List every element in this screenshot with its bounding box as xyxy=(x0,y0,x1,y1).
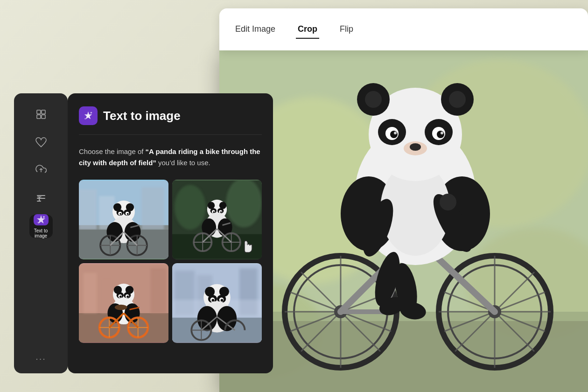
panda-scene-1-svg xyxy=(79,180,168,259)
svg-point-55 xyxy=(441,132,443,134)
text-icon: T xyxy=(35,193,47,204)
panel-sparkle-icon xyxy=(83,111,93,121)
svg-point-54 xyxy=(394,132,397,134)
svg-rect-129 xyxy=(151,268,167,313)
elements-icon xyxy=(35,137,47,148)
sidebar-item-elements[interactable] xyxy=(29,131,53,154)
svg-rect-73 xyxy=(79,189,97,230)
svg-point-67 xyxy=(43,216,45,218)
svg-point-104 xyxy=(219,202,226,209)
toolbar-panel: Edit Image Crop Flip xyxy=(219,8,588,50)
svg-point-52 xyxy=(390,131,398,138)
panda-scene-4-svg xyxy=(172,263,262,343)
svg-point-138 xyxy=(126,295,129,298)
sparkle-icon xyxy=(35,214,47,225)
panel-title: Text to image xyxy=(103,109,181,123)
svg-point-47 xyxy=(449,91,466,108)
svg-rect-63 xyxy=(42,110,45,114)
grid-item-4[interactable] xyxy=(172,263,262,343)
sidebar: T Text to image ··· xyxy=(14,93,68,373)
upload-icon xyxy=(35,165,47,176)
svg-point-103 xyxy=(208,202,215,209)
grid-item-2[interactable] xyxy=(172,180,262,259)
panda-image xyxy=(219,50,588,392)
sidebar-item-text-to-image[interactable]: Text to image xyxy=(29,215,53,238)
svg-rect-75 xyxy=(141,187,164,230)
svg-point-68 xyxy=(37,222,39,224)
svg-point-99 xyxy=(175,185,206,230)
panda-bike-svg xyxy=(219,50,588,392)
svg-rect-62 xyxy=(37,110,41,114)
sidebar-item-upload[interactable] xyxy=(29,159,53,182)
sidebar-item-layout[interactable] xyxy=(29,103,53,126)
svg-point-166 xyxy=(221,299,224,301)
svg-point-110 xyxy=(220,211,222,213)
grid-item-1[interactable] xyxy=(79,180,168,259)
grid-item-3[interactable] xyxy=(79,263,168,343)
svg-point-100 xyxy=(226,180,262,227)
cursor-icon xyxy=(241,238,255,255)
sidebar-item-text[interactable]: T xyxy=(29,187,53,210)
svg-rect-65 xyxy=(42,115,45,119)
svg-point-165 xyxy=(211,299,214,301)
svg-point-151 xyxy=(115,305,127,310)
svg-point-85 xyxy=(127,213,129,215)
svg-point-137 xyxy=(119,295,122,298)
panel-icon xyxy=(79,106,98,125)
svg-point-109 xyxy=(213,211,215,213)
image-grid xyxy=(79,180,262,343)
panel-header: Text to image xyxy=(79,106,262,135)
panda-scene-3-svg xyxy=(79,263,168,343)
svg-point-84 xyxy=(119,213,121,215)
svg-rect-127 xyxy=(84,273,97,313)
svg-point-42 xyxy=(440,194,456,210)
cursor-overlay xyxy=(241,238,255,252)
text-to-image-label: Text to image xyxy=(29,228,53,238)
layout-icon xyxy=(35,109,47,120)
svg-point-46 xyxy=(365,91,382,108)
text-to-image-badge xyxy=(34,214,49,225)
panel-description: Choose the image of “A panda riding a bi… xyxy=(79,146,262,168)
svg-point-69 xyxy=(91,112,92,114)
text-to-image-panel: Text to image Choose the image of “A pan… xyxy=(68,93,273,373)
tab-crop[interactable]: Crop xyxy=(296,21,319,39)
svg-point-70 xyxy=(84,118,86,119)
svg-point-53 xyxy=(437,131,444,138)
main-image-panel xyxy=(219,50,588,392)
svg-point-57 xyxy=(410,143,421,151)
tab-flip[interactable]: Flip xyxy=(338,21,355,39)
tab-edit-image[interactable]: Edit Image xyxy=(233,21,277,39)
svg-text:T: T xyxy=(37,195,42,203)
svg-rect-64 xyxy=(37,115,41,119)
svg-point-87 xyxy=(107,222,123,242)
sidebar-more-button[interactable]: ··· xyxy=(35,353,46,364)
